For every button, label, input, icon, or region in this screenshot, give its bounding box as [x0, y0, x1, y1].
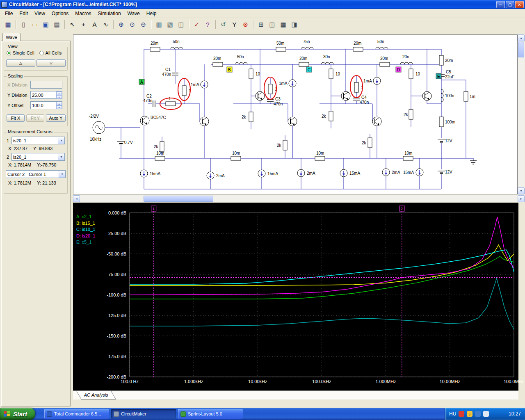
scrollbar-down-icon[interactable]	[518, 187, 525, 194]
keyboard-language-indicator[interactable]: HU	[449, 411, 456, 417]
component-res-v[interactable]	[249, 112, 253, 122]
component-res-v[interactable]	[409, 110, 413, 119]
component-npn[interactable]	[372, 117, 381, 126]
circuit-horizontal-scrollbar[interactable]	[73, 195, 525, 202]
component-vsrc[interactable]	[93, 121, 105, 134]
menu-edit[interactable]: Edit	[16, 10, 31, 17]
display-tray-icon[interactable]	[475, 411, 481, 417]
fit-x-button[interactable]: Fit X	[7, 114, 25, 122]
component-isrc[interactable]	[207, 172, 214, 179]
component-res-v[interactable]	[249, 69, 253, 79]
component-res-v[interactable]	[160, 142, 164, 151]
vertical-scroll-thumb[interactable]	[518, 42, 524, 57]
network-tray-icon[interactable]	[483, 411, 489, 417]
probe-b[interactable]: B	[227, 67, 232, 72]
schematic-canvas[interactable]: 20m50n50m75n20m50n20m50n20m30n20m20nC147…	[73, 34, 518, 194]
component-res-v[interactable]	[354, 82, 358, 92]
component-cap-v[interactable]	[172, 72, 178, 76]
place-part-button[interactable]: +	[78, 20, 89, 30]
component-npn[interactable]	[200, 117, 209, 126]
cursor2-combo-arrow-icon[interactable]	[58, 153, 64, 160]
component-res-v[interactable]	[439, 117, 443, 127]
component-res-h[interactable]	[403, 156, 413, 160]
menu-options[interactable]: Options	[48, 10, 72, 17]
antivirus-tray-icon[interactable]	[459, 411, 464, 417]
cursor-diff-combo-arrow-icon[interactable]	[59, 171, 65, 178]
taskbar-task-total-commander-6-5-[interactable]: Total Commander 6.5...	[44, 409, 109, 419]
y-division-spin-down[interactable]	[56, 95, 62, 99]
horizontal-scroll-thumb[interactable]	[144, 196, 213, 202]
component-gnd[interactable]	[470, 158, 477, 164]
component-isrc[interactable]	[289, 80, 296, 87]
volume-tray-icon[interactable]	[467, 411, 472, 417]
component-ind-h[interactable]	[400, 62, 413, 64]
component-res-v[interactable]	[329, 69, 333, 79]
zoom-in-button[interactable]: ⊕	[116, 20, 126, 30]
taskbar-task-circuitmaker[interactable]: CircuitMaker	[111, 409, 176, 419]
menu-wave[interactable]: Wave	[124, 10, 143, 17]
probe-a[interactable]: A	[139, 79, 144, 84]
y-offset-spin-up[interactable]	[56, 102, 62, 105]
component-res-v[interactable]	[268, 84, 272, 94]
tab-ac-analysis[interactable]: AC Analysis	[76, 391, 116, 399]
tile-windows-button[interactable]: ◫	[267, 20, 277, 30]
component-res-h[interactable]	[380, 62, 390, 66]
cascade-windows-button[interactable]: ▦	[278, 20, 288, 30]
tab-wave[interactable]: Wave	[2, 33, 21, 41]
probe-e[interactable]: E	[436, 73, 441, 79]
component-ind-h[interactable]	[376, 47, 388, 49]
component-npn[interactable]	[422, 91, 431, 100]
text-tool-button[interactable]: A	[89, 20, 100, 30]
cursor1-combo-arrow-icon[interactable]	[58, 137, 64, 144]
component-res-h[interactable]	[166, 102, 176, 106]
component-res-h[interactable]	[276, 47, 286, 51]
component-res-h[interactable]	[213, 62, 223, 66]
component-res-v[interactable]	[409, 69, 413, 79]
waveform-plot[interactable]: 12	[73, 203, 518, 390]
help-button[interactable]: ?	[203, 20, 213, 30]
cursor1-signal-combo[interactable]: is20_1	[11, 137, 65, 144]
cursor2-signal-combo[interactable]: is20_1	[11, 153, 65, 161]
component-isrc[interactable]	[201, 81, 208, 88]
circuit-vertical-scrollbar[interactable]	[518, 34, 525, 194]
component-isrc[interactable]	[416, 169, 423, 176]
component-res-h[interactable]	[353, 47, 363, 51]
probe-c[interactable]: C	[306, 67, 312, 72]
component-cap-h[interactable]	[152, 100, 156, 107]
component-ind-h[interactable]	[171, 47, 183, 49]
wire-tool-button[interactable]: ∿	[100, 20, 111, 30]
component-ind-v[interactable]	[441, 89, 443, 102]
probe-tool-button[interactable]: Y	[229, 20, 240, 30]
component-isrc[interactable]	[140, 170, 148, 177]
scrollbar-right-icon[interactable]	[518, 195, 525, 202]
menu-view[interactable]: View	[31, 10, 48, 17]
schematic[interactable]: 20m50n50m75n20m50n20m50n20m30n20m20nC147…	[73, 35, 517, 194]
component-res-h[interactable]	[150, 47, 160, 51]
menu-help[interactable]: Help	[143, 10, 160, 17]
run-simulation-button[interactable]: ✓	[192, 20, 202, 30]
component-ind-h[interactable]	[321, 62, 333, 64]
component-res-v[interactable]	[368, 138, 372, 148]
start-button[interactable]: Start	[0, 408, 35, 420]
menu-simulation[interactable]: Simulation	[95, 10, 124, 17]
component-res-h[interactable]	[155, 156, 165, 160]
cursor-diff-combo[interactable]: Cursor 2 - Cursor 1	[6, 170, 66, 178]
component-npn[interactable]	[341, 91, 350, 100]
y-division-spin-up[interactable]	[56, 91, 62, 95]
scroll-up-button[interactable]: △	[6, 59, 35, 67]
save-button[interactable]: ▣	[41, 20, 51, 30]
component-res-v[interactable]	[182, 86, 186, 96]
component-npn[interactable]	[256, 91, 265, 100]
component-isrc[interactable]	[297, 169, 305, 177]
open-file-button[interactable]: ▭	[30, 20, 40, 30]
waveforms-window-button[interactable]: ⊞	[256, 20, 266, 30]
close-button[interactable]	[515, 1, 524, 8]
component-isrc[interactable]	[340, 169, 347, 177]
new-file-button[interactable]: ▯	[18, 20, 29, 30]
component-bat[interactable]	[437, 138, 445, 143]
component-res-v[interactable]	[329, 111, 333, 121]
all-cells-radio[interactable]	[39, 51, 44, 55]
component-res-h[interactable]	[315, 156, 325, 160]
scrollbar-left-icon[interactable]	[73, 195, 80, 202]
single-cell-radio[interactable]	[7, 51, 11, 55]
